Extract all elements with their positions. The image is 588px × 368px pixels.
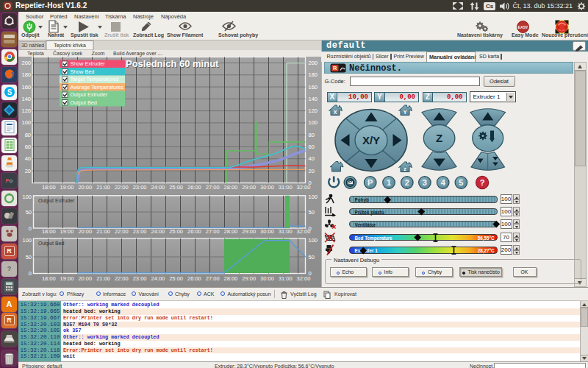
svg-text:EASY: EASY xyxy=(517,25,528,29)
svg-text:100: 100 xyxy=(309,194,318,200)
svg-text:27:00: 27:00 xyxy=(206,184,220,191)
svg-text:29:00: 29:00 xyxy=(242,275,256,282)
svg-text:X/Y: X/Y xyxy=(362,134,380,146)
svg-text:3: 3 xyxy=(423,178,427,187)
svg-text:Average Temperatures: Average Temperatures xyxy=(71,84,124,91)
svg-text:27:00: 27:00 xyxy=(206,228,220,235)
svg-text:19:00: 19:00 xyxy=(60,184,74,191)
svg-text:Posledních 60 minut: Posledních 60 minut xyxy=(126,58,219,69)
svg-text:22:00: 22:00 xyxy=(115,184,129,191)
svg-text:28:00: 28:00 xyxy=(224,184,238,191)
svg-text:27:00: 27:00 xyxy=(206,275,220,282)
svg-text:21:00: 21:00 xyxy=(96,184,110,191)
svg-text:18:00: 18:00 xyxy=(42,275,56,282)
svg-text:21:00: 21:00 xyxy=(96,228,110,235)
svg-text:Target Temperatures: Target Temperatures xyxy=(71,76,119,82)
svg-text:23:00: 23:00 xyxy=(133,184,147,191)
svg-text:Y: Y xyxy=(404,110,407,115)
svg-text:28:00: 28:00 xyxy=(224,275,238,282)
svg-text:30:00: 30:00 xyxy=(260,184,274,191)
svg-text:25:00: 25:00 xyxy=(169,228,183,235)
svg-text:R: R xyxy=(333,65,337,71)
svg-text:32:00: 32:00 xyxy=(297,184,311,191)
svg-text:1: 1 xyxy=(387,178,391,187)
svg-text:Show Bed: Show Bed xyxy=(71,68,95,75)
svg-text:Zoom: Zoom xyxy=(92,51,105,56)
svg-text:50: 50 xyxy=(26,209,32,216)
svg-text:140: 140 xyxy=(21,96,31,102)
svg-text:22:00: 22:00 xyxy=(115,275,129,282)
svg-text:Output Extruder: Output Extruder xyxy=(71,91,108,98)
svg-text:Show Extruder: Show Extruder xyxy=(71,60,106,67)
svg-text:29:00: 29:00 xyxy=(242,228,256,235)
svg-text:18:00: 18:00 xyxy=(42,228,56,235)
svg-text:20: 20 xyxy=(309,168,315,174)
svg-text:25:00: 25:00 xyxy=(169,184,183,191)
svg-text:z: z xyxy=(404,166,406,171)
svg-text:24:00: 24:00 xyxy=(151,228,165,235)
svg-text:Build Average over ...: Build Average over ... xyxy=(113,51,162,57)
svg-text:100: 100 xyxy=(21,119,31,126)
svg-text:31:00: 31:00 xyxy=(279,184,293,191)
svg-text:160: 160 xyxy=(21,84,31,91)
svg-text:30:00: 30:00 xyxy=(260,275,274,282)
svg-text:28:00: 28:00 xyxy=(224,228,238,235)
svg-text:21:00: 21:00 xyxy=(96,275,110,282)
svg-text:Output Bed: Output Bed xyxy=(38,241,65,247)
svg-text:26:00: 26:00 xyxy=(187,275,201,282)
svg-text:26:00: 26:00 xyxy=(187,228,201,235)
svg-text:32:00: 32:00 xyxy=(297,275,311,282)
svg-text:31:00: 31:00 xyxy=(279,275,293,282)
svg-text:140: 140 xyxy=(309,96,318,102)
svg-text:80: 80 xyxy=(25,132,31,138)
svg-text:30:00: 30:00 xyxy=(260,228,274,235)
svg-text:32:00: 32:00 xyxy=(297,228,311,235)
svg-text:29:00: 29:00 xyxy=(242,184,256,191)
svg-text:3D náhled: 3D náhled xyxy=(21,43,44,48)
svg-text:60: 60 xyxy=(25,144,31,150)
svg-text:Z: Z xyxy=(436,132,442,144)
svg-text:23:00: 23:00 xyxy=(133,275,147,282)
svg-text:Časový úsek: Časový úsek xyxy=(53,50,83,57)
svg-text:26:00: 26:00 xyxy=(187,184,201,191)
svg-text:200: 200 xyxy=(21,60,31,66)
svg-text:5: 5 xyxy=(459,178,463,187)
svg-text:Teplota: Teplota xyxy=(27,51,44,57)
svg-text:100: 100 xyxy=(309,119,318,126)
svg-text:100: 100 xyxy=(22,237,32,244)
svg-text:4: 4 xyxy=(441,178,446,187)
svg-text:40: 40 xyxy=(309,155,315,162)
svg-text:50: 50 xyxy=(26,254,32,261)
svg-text:2: 2 xyxy=(405,178,409,187)
svg-text:24:00: 24:00 xyxy=(151,275,165,282)
svg-text:160: 160 xyxy=(309,84,318,91)
svg-text:40: 40 xyxy=(25,155,31,162)
svg-text:S: S xyxy=(7,88,12,96)
svg-text:22:00: 22:00 xyxy=(115,228,129,235)
svg-text:120: 120 xyxy=(21,107,31,114)
svg-text:60: 60 xyxy=(309,144,315,150)
svg-text:20: 20 xyxy=(25,168,31,174)
svg-text:24:00: 24:00 xyxy=(151,184,165,191)
svg-text:X: X xyxy=(334,110,337,115)
svg-text:20:00: 20:00 xyxy=(78,184,92,191)
svg-text:0: 0 xyxy=(29,270,32,277)
svg-text:200: 200 xyxy=(309,60,318,66)
svg-text:180: 180 xyxy=(309,71,318,78)
svg-text:0: 0 xyxy=(29,225,32,232)
svg-text:180: 180 xyxy=(21,71,31,78)
svg-text:Teplotní křivka: Teplotní křivka xyxy=(54,43,86,49)
svg-text:100: 100 xyxy=(309,237,318,244)
svg-text:20:00: 20:00 xyxy=(78,275,92,282)
svg-text:Output Extruder: Output Extruder xyxy=(38,198,75,204)
svg-text:50: 50 xyxy=(309,254,315,261)
svg-text:120: 120 xyxy=(309,107,318,114)
svg-text:Output Bed: Output Bed xyxy=(71,99,97,106)
svg-text:25:00: 25:00 xyxy=(169,275,183,282)
svg-text:20:00: 20:00 xyxy=(78,228,92,235)
svg-text:P: P xyxy=(368,178,373,187)
svg-text:80: 80 xyxy=(309,132,315,138)
svg-text:18:00: 18:00 xyxy=(42,184,56,191)
svg-text:100: 100 xyxy=(22,194,32,200)
svg-text:19:00: 19:00 xyxy=(60,275,74,282)
